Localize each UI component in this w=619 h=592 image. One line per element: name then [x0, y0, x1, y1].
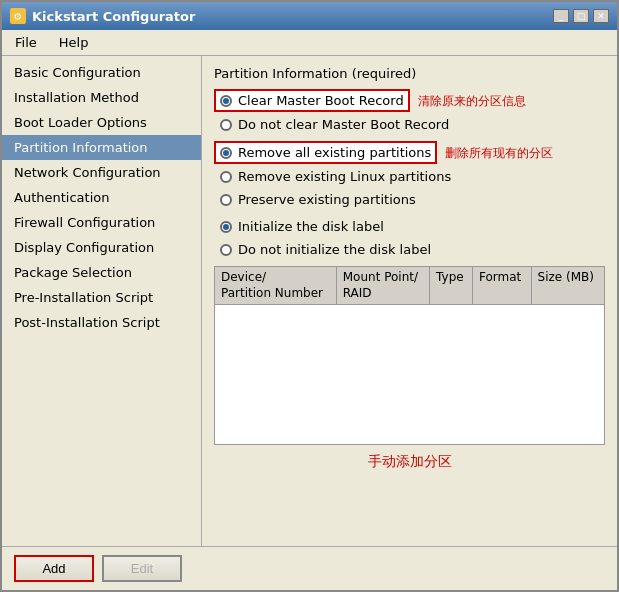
menu-help[interactable]: Help: [50, 32, 98, 53]
main-window: ⚙ Kickstart Configurator _ □ ✕ File Help…: [0, 0, 619, 592]
edit-button[interactable]: Edit: [102, 555, 182, 582]
mbr-no-clear-label: Do not clear Master Boot Record: [238, 117, 449, 132]
col-mount: Mount Point/ RAID: [336, 267, 429, 305]
col-device: Device/ Partition Number: [215, 267, 337, 305]
remove-linux-row: Remove existing Linux partitions: [214, 166, 605, 187]
title-bar-left: ⚙ Kickstart Configurator: [10, 8, 195, 24]
sidebar-item-partition-info[interactable]: Partition Information: [2, 135, 201, 160]
mbr-radio-group: Clear Master Boot Record 清除原来的分区信息 Do no…: [214, 89, 605, 135]
remove-all-label: Remove all existing partitions: [238, 145, 431, 160]
window-title: Kickstart Configurator: [32, 9, 195, 24]
chinese-add-annotation: 手动添加分区: [214, 445, 605, 475]
mbr-clear-row: Clear Master Boot Record: [214, 89, 410, 112]
partition-annotation: 删除所有现有的分区: [445, 145, 553, 162]
init-disk-row: Initialize the disk label: [214, 216, 605, 237]
sidebar-item-network-config[interactable]: Network Configuration: [2, 160, 201, 185]
col-type: Type: [430, 267, 473, 305]
close-button[interactable]: ✕: [593, 9, 609, 23]
main-content: Basic Configuration Installation Method …: [2, 56, 617, 546]
remove-linux-radio[interactable]: [220, 171, 232, 183]
window-controls: _ □ ✕: [553, 9, 609, 23]
menu-bar: File Help: [2, 30, 617, 56]
remove-all-row: Remove all existing partitions: [214, 141, 437, 164]
no-init-disk-radio[interactable]: [220, 244, 232, 256]
col-size: Size (MB): [531, 267, 604, 305]
remove-all-radio[interactable]: [220, 147, 232, 159]
sidebar-item-package-selection[interactable]: Package Selection: [2, 260, 201, 285]
mbr-clear-radio[interactable]: [220, 95, 232, 107]
maximize-button[interactable]: □: [573, 9, 589, 23]
preserve-radio[interactable]: [220, 194, 232, 206]
table-empty-cell: [215, 305, 605, 445]
partition-table: Device/ Partition Number Mount Point/ RA…: [214, 266, 605, 445]
mbr-no-clear-row: Do not clear Master Boot Record: [214, 114, 605, 135]
init-disk-label: Initialize the disk label: [238, 219, 384, 234]
sidebar-item-pre-install[interactable]: Pre-Installation Script: [2, 285, 201, 310]
sidebar-item-install-method[interactable]: Installation Method: [2, 85, 201, 110]
table-empty-row: [215, 305, 605, 445]
partition-radio-group: Remove all existing partitions 删除所有现有的分区…: [214, 141, 605, 210]
mbr-clear-label: Clear Master Boot Record: [238, 93, 404, 108]
title-bar: ⚙ Kickstart Configurator _ □ ✕: [2, 2, 617, 30]
add-button-label: Add: [42, 561, 65, 576]
col-format: Format: [473, 267, 532, 305]
no-init-disk-row: Do not initialize the disk label: [214, 239, 605, 260]
no-init-disk-label: Do not initialize the disk label: [238, 242, 431, 257]
preserve-row: Preserve existing partitions: [214, 189, 605, 210]
sidebar-item-basic-config[interactable]: Basic Configuration: [2, 60, 201, 85]
sidebar: Basic Configuration Installation Method …: [2, 56, 202, 546]
sidebar-item-boot-loader[interactable]: Boot Loader Options: [2, 110, 201, 135]
sidebar-item-firewall-config[interactable]: Firewall Configuration: [2, 210, 201, 235]
right-panel: Partition Information (required) Clear M…: [202, 56, 617, 546]
edit-button-label: Edit: [131, 561, 153, 576]
disk-label-group: Initialize the disk label Do not initial…: [214, 216, 605, 260]
minimize-button[interactable]: _: [553, 9, 569, 23]
menu-file[interactable]: File: [6, 32, 46, 53]
sidebar-item-display-config[interactable]: Display Configuration: [2, 235, 201, 260]
mbr-no-clear-radio[interactable]: [220, 119, 232, 131]
add-button[interactable]: Add: [14, 555, 94, 582]
bottom-bar: Add Edit: [2, 546, 617, 590]
app-icon: ⚙: [10, 8, 26, 24]
section-title: Partition Information (required): [214, 66, 605, 81]
sidebar-item-post-install[interactable]: Post-Installation Script: [2, 310, 201, 335]
preserve-label: Preserve existing partitions: [238, 192, 416, 207]
sidebar-item-authentication[interactable]: Authentication: [2, 185, 201, 210]
mbr-annotation: 清除原来的分区信息: [418, 93, 526, 110]
init-disk-radio[interactable]: [220, 221, 232, 233]
remove-linux-label: Remove existing Linux partitions: [238, 169, 451, 184]
